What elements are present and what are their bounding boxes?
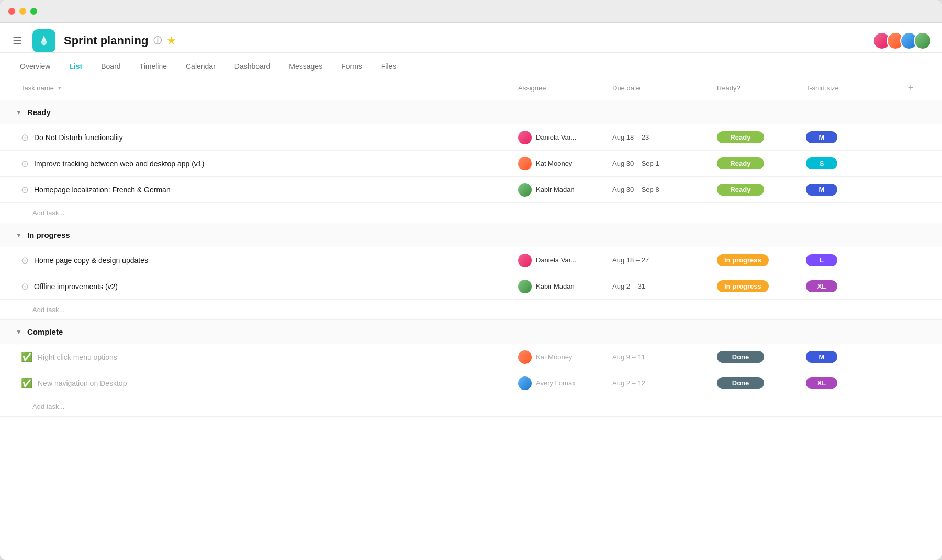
size-badge-t7: XL <box>806 377 837 389</box>
add-column-button[interactable]: + <box>895 76 926 100</box>
tab-files[interactable]: Files <box>372 57 406 77</box>
task-name-cell-5: ⊙ Offline improvements (v2) <box>16 275 513 299</box>
tab-dashboard[interactable]: Dashboard <box>225 57 280 77</box>
ready-cell-t1: Ready <box>712 127 801 147</box>
date-cell-t6: Aug 9 – 11 <box>607 349 712 365</box>
avatar-4[interactable] <box>914 32 932 50</box>
status-badge-t7: Done <box>717 377 764 389</box>
assignee-cell-t6: Kat Mooney <box>513 346 607 368</box>
ready-cell-t2: Ready <box>712 153 801 174</box>
assignee-cell-t5: Kabir Madan <box>513 276 607 298</box>
task-table: Task name ▾ Assignee Due date Ready? T-s… <box>0 76 942 560</box>
ready-cell-t4: In progress <box>712 250 801 270</box>
check-icon-t1[interactable]: ⊙ <box>21 132 29 143</box>
table-row[interactable]: ⊙ Homepage localization: French & German… <box>0 177 942 203</box>
add-task-row-complete: Add task... <box>0 396 942 417</box>
assignee-name-t1: Daniela Var... <box>536 133 576 141</box>
check-icon-t3[interactable]: ⊙ <box>21 184 29 196</box>
table-row[interactable]: ⊙ Improve tracking between web and deskt… <box>0 151 942 177</box>
tab-list[interactable]: List <box>60 57 92 77</box>
section-ready: ▼ Ready ⊙ Do Not Disturb functionality D… <box>0 100 942 223</box>
star-icon[interactable]: ★ <box>167 35 175 47</box>
maximize-button[interactable] <box>30 8 37 15</box>
project-name: Sprint planning <box>64 34 148 48</box>
task-name-t1: Do Not Disturb functionality <box>34 133 123 142</box>
check-icon-t6[interactable]: ✅ <box>21 351 32 363</box>
col-header-tshirt-size: T-shirt size <box>801 78 895 98</box>
table-row[interactable]: ⊙ Offline improvements (v2) Kabir Madan … <box>0 273 942 300</box>
assignee-avatar-t3 <box>518 183 532 197</box>
size-badge-t6: M <box>806 351 837 363</box>
table-row[interactable]: ⊙ Home page copy & design updates Daniel… <box>0 247 942 273</box>
size-cell-t5: XL <box>801 276 895 296</box>
assignee-name-t7: Avery Lomax <box>536 379 576 387</box>
minimize-button[interactable] <box>19 8 26 15</box>
task-name-cell-3: ⊙ Homepage localization: French & German <box>16 178 513 202</box>
table-row[interactable]: ✅ Right click menu options Kat Mooney Au… <box>0 344 942 370</box>
assignee-avatar-t7 <box>518 376 532 390</box>
assignee-avatar-t2 <box>518 157 532 170</box>
section-title-complete: Complete <box>27 327 63 336</box>
menu-icon[interactable]: ☰ <box>10 32 24 49</box>
section-title-inprogress: In progress <box>27 231 70 239</box>
assignee-cell-t2: Kat Mooney <box>513 153 607 175</box>
add-task-button-complete[interactable]: Add task... <box>32 403 64 410</box>
task-name-t2: Improve tracking between web and desktop… <box>34 159 204 168</box>
tab-calendar[interactable]: Calendar <box>176 57 225 77</box>
add-task-button-inprogress[interactable]: Add task... <box>32 306 64 314</box>
tab-messages[interactable]: Messages <box>279 57 332 77</box>
table-row[interactable]: ⊙ Do Not Disturb functionality Daniela V… <box>0 124 942 151</box>
close-button[interactable] <box>8 8 15 15</box>
date-cell-t5: Aug 2 – 31 <box>607 278 712 294</box>
tab-timeline[interactable]: Timeline <box>130 57 176 77</box>
avatar-stack <box>873 32 932 50</box>
section-header-ready[interactable]: ▼ Ready <box>0 100 942 124</box>
size-cell-t4: L <box>801 250 895 270</box>
size-cell-t1: M <box>801 127 895 147</box>
tab-forms[interactable]: Forms <box>332 57 372 77</box>
add-task-row-ready: Add task... <box>0 203 942 223</box>
size-badge-t1: M <box>806 131 837 143</box>
check-icon-t2[interactable]: ⊙ <box>21 158 29 169</box>
col-header-due-date: Due date <box>607 78 712 98</box>
section-header-complete[interactable]: ▼ Complete <box>0 320 942 344</box>
section-header-inprogress[interactable]: ▼ In progress <box>0 223 942 247</box>
assignee-avatar-t4 <box>518 254 532 267</box>
info-icon[interactable]: ⓘ <box>153 36 162 47</box>
date-cell-t2: Aug 30 – Sep 1 <box>607 155 712 172</box>
chevron-icon-inprogress: ▼ <box>16 232 22 239</box>
task-name-t6: Right click menu options <box>38 353 117 361</box>
size-badge-t3: M <box>806 184 837 196</box>
status-badge-t2: Ready <box>717 157 764 169</box>
task-name-t7: New navigation on Desktop <box>38 379 127 387</box>
size-cell-t6: M <box>801 347 895 367</box>
assignee-cell-t7: Avery Lomax <box>513 372 607 394</box>
check-icon-t4[interactable]: ⊙ <box>21 255 29 266</box>
app-icon <box>32 29 55 52</box>
check-icon-t5[interactable]: ⊙ <box>21 281 29 292</box>
tab-board[interactable]: Board <box>92 57 130 77</box>
assignee-name-t6: Kat Mooney <box>536 353 572 361</box>
chevron-down-icon[interactable]: ▾ <box>58 85 61 92</box>
project-title-group: Sprint planning ⓘ ★ <box>64 34 175 48</box>
status-badge-t3: Ready <box>717 184 764 196</box>
add-task-button-ready[interactable]: Add task... <box>32 209 64 217</box>
add-task-row-inprogress: Add task... <box>0 300 942 320</box>
app-body: ☰ Sprint planning ⓘ ★ <box>0 23 942 560</box>
table-header: Task name ▾ Assignee Due date Ready? T-s… <box>0 76 942 100</box>
task-name-cell-6: ✅ Right click menu options <box>16 345 513 369</box>
task-name-cell-1: ⊙ Do Not Disturb functionality <box>16 125 513 150</box>
tab-overview[interactable]: Overview <box>10 57 60 77</box>
col-header-task-name: Task name ▾ <box>16 78 513 98</box>
ready-cell-t6: Done <box>712 347 801 367</box>
avatar-area <box>873 32 932 50</box>
status-badge-t4: In progress <box>717 254 769 266</box>
size-cell-t2: S <box>801 153 895 174</box>
check-icon-t7[interactable]: ✅ <box>21 378 32 389</box>
date-cell-t3: Aug 30 – Sep 8 <box>607 181 712 198</box>
nav-tabs: Overview List Board Timeline Calendar Da… <box>0 57 942 76</box>
section-complete: ▼ Complete ✅ Right click menu options Ka… <box>0 320 942 417</box>
assignee-name-t2: Kat Mooney <box>536 159 572 167</box>
assignee-avatar-t1 <box>518 131 532 144</box>
table-row[interactable]: ✅ New navigation on Desktop Avery Lomax … <box>0 370 942 396</box>
